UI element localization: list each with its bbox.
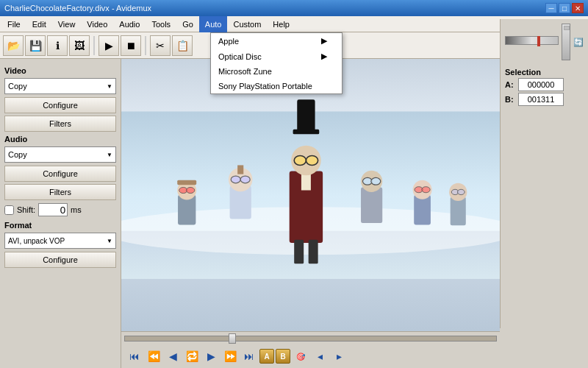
format-select[interactable]: AVI, unpack VOP ▼ xyxy=(4,233,116,249)
window-title: CharlieChocolateFactory.divx - Avidemux xyxy=(4,4,151,13)
toolbar-open-button[interactable]: 📂 xyxy=(3,35,24,56)
dropdown-arrow-icon: ▼ xyxy=(107,83,112,90)
toolbar-stop-button[interactable]: ⏹ xyxy=(121,35,141,56)
video-filters-button[interactable]: Filters xyxy=(4,116,116,132)
video-section-label: Video xyxy=(4,66,116,75)
transport-keyframe[interactable]: 🎯 xyxy=(292,347,309,365)
transport-goto-end[interactable]: ⏭ xyxy=(240,347,258,365)
shift-row: Shift: ms xyxy=(4,203,116,216)
dropdown-item-apple[interactable]: Apple ▶ xyxy=(211,33,342,49)
menu-audio[interactable]: Audio xyxy=(113,16,146,32)
submenu-arrow-icon: ▶ xyxy=(321,36,327,46)
transport-mark-out[interactable]: B xyxy=(276,349,290,364)
video-content xyxy=(121,59,500,331)
toolbar-info-button[interactable]: ℹ xyxy=(47,35,68,56)
transport-next-keyframe[interactable]: ▸ xyxy=(330,347,348,365)
menu-custom[interactable]: Custom xyxy=(227,16,267,32)
mini-scrollbar[interactable] xyxy=(562,24,570,60)
submenu-arrow-icon: ▶ xyxy=(321,52,327,61)
transport-mark-in[interactable]: A xyxy=(259,349,274,364)
toolbar-cut-button[interactable]: ✂ xyxy=(150,35,171,56)
audio-codec-select[interactable]: Copy ▼ xyxy=(4,146,116,163)
svg-rect-20 xyxy=(294,240,304,263)
dropdown-arrow-icon-2: ▼ xyxy=(107,152,112,158)
menu-go[interactable]: Go xyxy=(176,16,199,32)
selection-b-input[interactable] xyxy=(518,93,564,106)
toolbar-separator-2 xyxy=(145,36,146,55)
format-section-label: Format xyxy=(4,221,116,230)
transport-controls: ⏮ ⏪ ◀ 🔁 ▶ ⏩ ⏭ A B 🎯 ◂ ▸ xyxy=(121,344,500,368)
seekbar-area xyxy=(121,331,500,344)
scrollbar-thumb xyxy=(564,26,570,30)
transport-rewind-fast[interactable]: ⏪ xyxy=(145,347,162,365)
audio-filters-button[interactable]: Filters xyxy=(4,184,116,200)
menu-video[interactable]: Video xyxy=(81,16,113,32)
audio-codec-value: Copy xyxy=(8,150,27,159)
minimize-button[interactable]: ─ xyxy=(545,3,557,13)
menu-help[interactable]: Help xyxy=(267,16,295,32)
svg-rect-17 xyxy=(297,99,315,132)
video-configure-button[interactable]: Configure xyxy=(4,97,116,113)
menu-file[interactable]: File xyxy=(1,16,26,32)
auto-dropdown-menu: Apple ▶ Optical Disc ▶ Microsoft Zune So… xyxy=(210,32,343,94)
audio-section-label: Audio xyxy=(4,135,116,144)
main-area: Video Copy ▼ Configure Filters Audio Cop… xyxy=(0,59,588,368)
mini-seekbar[interactable] xyxy=(505,36,559,45)
menu-tools[interactable]: Tools xyxy=(146,16,176,32)
selection-a-input[interactable] xyxy=(518,78,564,91)
toolbar-separator xyxy=(93,36,95,55)
svg-point-25 xyxy=(371,177,381,185)
shift-input[interactable] xyxy=(38,203,68,216)
window-controls: ─ □ ✕ xyxy=(545,3,584,13)
transport-forward-fast[interactable]: ⏩ xyxy=(221,347,239,365)
close-button[interactable]: ✕ xyxy=(572,3,584,13)
transport-goto-start[interactable]: ⏮ xyxy=(126,347,143,365)
svg-rect-26 xyxy=(414,195,431,225)
menu-auto[interactable]: Auto xyxy=(199,16,228,32)
menu-view[interactable]: View xyxy=(52,16,82,32)
toolbar-snapshot-button[interactable]: 🖼 xyxy=(69,35,90,56)
dropdown-label-zune: Microsoft Zune xyxy=(218,67,272,76)
svg-rect-30 xyxy=(451,197,466,225)
transport-rewind[interactable]: ◀ xyxy=(164,347,182,365)
dropdown-arrow-icon-3: ▼ xyxy=(107,238,112,244)
refresh-button[interactable]: 🔄 xyxy=(573,38,584,47)
toolbar-copy-button[interactable]: 📋 xyxy=(172,35,193,56)
format-configure-button[interactable]: Configure xyxy=(4,252,116,268)
video-codec-select[interactable]: Copy ▼ xyxy=(4,78,116,94)
svg-point-10 xyxy=(231,176,240,183)
right-panel: 🔄 Selection A: B: xyxy=(500,19,588,328)
transport-loop[interactable]: 🔁 xyxy=(183,347,201,365)
toolbar-play-button[interactable]: ▶ xyxy=(98,35,119,56)
maximize-button[interactable]: □ xyxy=(559,3,570,13)
selection-b-row: B: xyxy=(505,93,584,106)
dropdown-item-psp[interactable]: Sony PlayStation Portable xyxy=(211,79,342,93)
shift-label: Shift: xyxy=(17,205,35,214)
svg-point-29 xyxy=(422,187,430,193)
mini-seekbar-container: 🔄 xyxy=(505,24,584,60)
shift-checkbox[interactable] xyxy=(4,205,14,215)
mini-thumb xyxy=(537,36,540,46)
selection-label: Selection xyxy=(505,68,584,77)
titlebar: CharlieChocolateFactory.divx - Avidemux … xyxy=(0,0,588,16)
dropdown-label-optical: Optical Disc xyxy=(218,52,262,61)
transport-prev-keyframe[interactable]: ◂ xyxy=(311,347,329,365)
dropdown-label-psp: Sony PlayStation Portable xyxy=(218,82,312,91)
selection-a-row: A: xyxy=(505,78,584,91)
svg-point-18 xyxy=(294,155,306,165)
svg-point-11 xyxy=(240,176,250,183)
a-label: A: xyxy=(505,80,515,89)
video-frame xyxy=(121,59,500,331)
audio-configure-button[interactable]: Configure xyxy=(4,166,116,182)
transport-forward[interactable]: ▶ xyxy=(202,347,220,365)
video-area: ⏮ ⏪ ◀ 🔁 ▶ ⏩ ⏭ A B 🎯 ◂ ▸ xyxy=(121,59,500,368)
toolbar-save-button[interactable]: 💾 xyxy=(25,35,46,56)
left-panel: Video Copy ▼ Configure Filters Audio Cop… xyxy=(0,59,121,368)
menu-edit[interactable]: Edit xyxy=(26,16,52,32)
video-codec-value: Copy xyxy=(8,82,27,91)
seekbar-thumb[interactable] xyxy=(229,333,236,344)
dropdown-item-zune[interactable]: Microsoft Zune xyxy=(211,64,342,79)
dropdown-item-optical[interactable]: Optical Disc ▶ xyxy=(211,49,342,64)
seekbar[interactable] xyxy=(124,336,497,342)
svg-rect-12 xyxy=(237,165,243,174)
